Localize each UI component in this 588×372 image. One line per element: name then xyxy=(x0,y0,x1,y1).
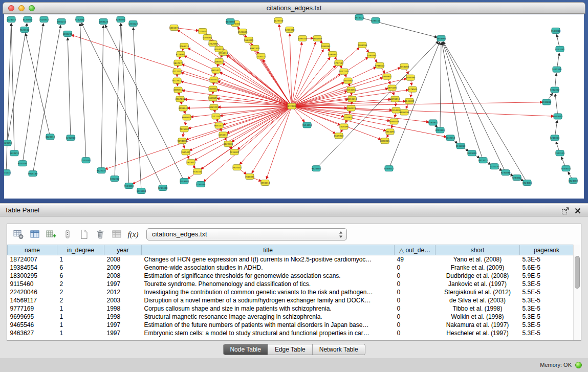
table-cell[interactable]: 19384554 xyxy=(8,264,57,272)
graph-node-1023012[interactable]: 1023012 xyxy=(7,16,16,22)
graph-node-1213400[interactable]: 1213400 xyxy=(158,185,168,191)
table-row[interactable]: 911546021997Tourette syndrome. Phenomeno… xyxy=(8,280,574,288)
table-cell[interactable]: 0 xyxy=(395,280,435,288)
graph-node-9160427[interactable]: 9160427 xyxy=(346,105,356,111)
table-row[interactable]: 1938455462009Genome-wide association stu… xyxy=(8,264,574,272)
table-cell[interactable]: Investigating the contribution of common… xyxy=(142,288,395,296)
column-header-title[interactable]: title xyxy=(142,245,395,255)
graph-node-1031230[interactable]: 1031230 xyxy=(490,164,499,169)
graph-node-9234010[interactable]: 9234010 xyxy=(561,166,571,171)
graph-node-1085414[interactable]: 1085414 xyxy=(214,58,224,64)
column-header-pagerank[interactable]: pagerank xyxy=(520,245,574,255)
table-cell[interactable]: Hescheler et al. (1997) xyxy=(435,329,520,337)
graph-node-3777147[interactable]: 3777147 xyxy=(334,60,344,65)
table-cell[interactable]: 5.3E-5 xyxy=(520,304,574,313)
graph-node-8128941[interactable]: 8128941 xyxy=(176,51,186,57)
graph-node-1924502[interactable]: 1924502 xyxy=(569,178,578,184)
graph-node-1514454[interactable]: 1514454 xyxy=(302,122,312,128)
graph-node-1205762[interactable]: 1205762 xyxy=(203,34,212,40)
table-cell[interactable]: 5.5E-5 xyxy=(520,288,574,296)
column-header-year[interactable]: year xyxy=(104,245,142,255)
graph-node-1478503[interactable]: 1478503 xyxy=(408,86,418,92)
graph-node-1210304[interactable]: 1210304 xyxy=(550,135,560,141)
table-cell[interactable]: 6 xyxy=(57,264,104,272)
scrollbar-thumb[interactable] xyxy=(575,256,580,289)
graph-node-5905130[interactable]: 5905130 xyxy=(28,171,38,177)
graph-node-1332013[interactable]: 1332013 xyxy=(446,135,455,141)
graph-node-9132013[interactable]: 9132013 xyxy=(456,143,466,149)
tab-node-table[interactable]: Node Table xyxy=(223,344,268,355)
graph-node-1924501[interactable]: 1924501 xyxy=(522,180,532,186)
table-cell[interactable]: 5.6E-5 xyxy=(520,264,574,272)
table-cell[interactable]: 9465546 xyxy=(8,321,57,329)
table-cell[interactable]: 0 xyxy=(395,329,435,337)
table-row[interactable]: 946362711997Embryonic stem cells: a mode… xyxy=(8,329,574,337)
table-cell[interactable]: 1 xyxy=(57,329,104,337)
graph-node-2314021[interactable]: 2314021 xyxy=(355,14,364,20)
graph-node-1231204[interactable]: 1231204 xyxy=(137,188,146,194)
graph-node-1520312[interactable]: 1520312 xyxy=(10,150,19,156)
close-panel-icon[interactable] xyxy=(574,207,582,215)
table-cell[interactable]: 1998 xyxy=(104,313,142,321)
table-cell[interactable]: Tourette syndrome. Phenomenology and cla… xyxy=(142,280,395,288)
graph-node-2301212[interactable]: 2301212 xyxy=(57,18,67,24)
table-cell[interactable]: Disruption of a novel member of a sodium… xyxy=(142,296,395,304)
graph-node-4212752[interactable]: 4212752 xyxy=(172,69,182,74)
graph-node-8122031[interactable]: 8122031 xyxy=(97,168,106,173)
graph-node-7510412[interactable]: 7510412 xyxy=(209,77,219,82)
table-cell[interactable]: 5.3E-5 xyxy=(520,296,574,304)
graph-node-8495759[interactable]: 8495759 xyxy=(389,119,399,124)
graph-node-1823010[interactable]: 1823010 xyxy=(467,150,477,156)
table-cell[interactable]: 5.9E-5 xyxy=(520,272,574,280)
table-cell[interactable]: 1 xyxy=(57,255,104,264)
table-row[interactable]: 2242004622012Investigating the contribut… xyxy=(8,288,574,296)
table-cell[interactable]: 1997 xyxy=(104,329,142,337)
table-row[interactable]: 1872400712008Changes of HCN gene express… xyxy=(8,255,574,264)
graph-node-9313212[interactable]: 9313212 xyxy=(478,158,488,163)
graph-node-1875105[interactable]: 1875105 xyxy=(387,85,397,91)
graph-node-1010487[interactable]: 1010487 xyxy=(343,78,353,83)
graph-node-7531441[interactable]: 7531441 xyxy=(193,169,203,174)
table-row[interactable]: 946554611997Estimation of the future num… xyxy=(8,321,574,329)
graph-node-3164161[interactable]: 3164161 xyxy=(346,87,356,93)
table-cell[interactable]: Nakamura et al. (1997) xyxy=(435,321,520,329)
graph-node-7485093[interactable]: 7485093 xyxy=(406,75,416,80)
graph-node-7125402[interactable]: 7125402 xyxy=(180,126,189,132)
graph-node-1203101[interactable]: 1203101 xyxy=(81,158,91,163)
graph-node-9051315[interactable]: 9051315 xyxy=(214,123,224,128)
graph-node-8231030[interactable]: 8231030 xyxy=(501,170,511,176)
graph-node-1664091[interactable]: 1664091 xyxy=(244,37,254,42)
graph-node-8123013[interactable]: 8123013 xyxy=(23,16,33,22)
new-document-icon[interactable] xyxy=(78,228,90,240)
table-cell[interactable]: Estimation of the future numbers of pati… xyxy=(142,321,395,329)
graph-node-3226121[interactable]: 3226121 xyxy=(256,53,266,59)
graph-node-3061211[interactable]: 3061211 xyxy=(209,104,219,110)
graph-node-8122401[interactable]: 8122401 xyxy=(224,141,233,147)
graph-node-4199447[interactable]: 4199447 xyxy=(179,105,188,111)
column-header-in_degree[interactable]: in_degree xyxy=(57,245,104,255)
graph-node-1593812[interactable]: 1593812 xyxy=(542,99,552,105)
function-builder-icon[interactable]: f(x) xyxy=(127,228,139,240)
tab-edge-table[interactable]: Edge Table xyxy=(268,344,313,355)
float-panel-icon[interactable] xyxy=(561,207,570,215)
graph-node-1312302[interactable]: 1312302 xyxy=(550,87,560,93)
table-cell[interactable]: 0 xyxy=(395,264,435,272)
graph-node-9277103[interactable]: 9277103 xyxy=(339,69,349,74)
table-cell[interactable]: 1 xyxy=(57,321,104,329)
table-row[interactable]: 969969511998Structural magnetic resonanc… xyxy=(8,313,574,321)
graph-node-3320617[interactable]: 3320617 xyxy=(208,86,218,92)
graph-node-1981503[interactable]: 1981503 xyxy=(313,35,322,41)
table-cell[interactable]: 9777169 xyxy=(8,304,57,313)
table-cell[interactable]: de Silva et al. (2003) xyxy=(435,296,520,304)
graph-node-9124502[interactable]: 9124502 xyxy=(312,166,321,171)
graph-node-1125440[interactable]: 1125440 xyxy=(274,17,284,23)
table-cell[interactable]: 2 xyxy=(57,296,104,304)
graph-node-8096915[interactable]: 8096915 xyxy=(380,138,390,144)
graph-node-1903012[interactable]: 1903012 xyxy=(186,160,196,165)
graph-node-9901417[interactable]: 9901417 xyxy=(211,68,221,73)
graph-node-7305495[interactable]: 7305495 xyxy=(339,124,349,129)
table-cell[interactable]: 6 xyxy=(57,272,104,280)
graph-node-1421310[interactable]: 1421310 xyxy=(552,67,562,72)
graph-node-1750344[interactable]: 1750344 xyxy=(196,182,206,187)
table-cell[interactable]: 5.3E-5 xyxy=(520,255,574,264)
